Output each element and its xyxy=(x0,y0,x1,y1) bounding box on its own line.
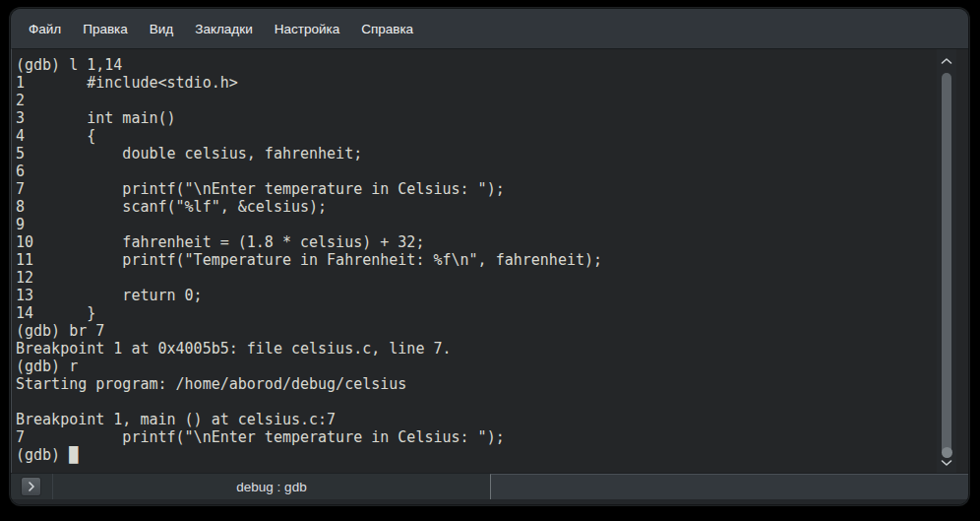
scroll-down-button[interactable] xyxy=(937,455,956,471)
terminal-view[interactable]: (gdb) l 1,14 1 #include<stdio.h> 2 3 int… xyxy=(11,48,968,475)
menu-bookmarks[interactable]: Закладки xyxy=(184,17,263,41)
tab-bar-empty-area xyxy=(490,474,968,499)
scrollbar-thumb[interactable] xyxy=(942,73,951,455)
menu-edit[interactable]: Правка xyxy=(72,17,139,41)
new-tab-button[interactable] xyxy=(21,477,41,496)
tab-label: debug : gdb xyxy=(236,480,306,494)
scroll-up-button[interactable] xyxy=(937,53,956,69)
terminal-output: (gdb) l 1,14 1 #include<stdio.h> 2 3 int… xyxy=(16,56,602,464)
tab-debug-gdb[interactable]: debug : gdb xyxy=(52,474,490,499)
menu-file[interactable]: Файл xyxy=(18,17,72,41)
chevron-right-icon xyxy=(28,481,35,492)
konsole-window: Файл Правка Вид Закладки Настройка Справ… xyxy=(10,8,969,505)
chevron-down-icon xyxy=(941,459,952,467)
chevron-up-icon xyxy=(941,57,952,65)
menu-settings[interactable]: Настройка xyxy=(264,17,350,41)
menu-bar: Файл Правка Вид Закладки Настройка Справ… xyxy=(11,9,968,48)
scrollbar[interactable] xyxy=(937,49,956,475)
menu-help[interactable]: Справка xyxy=(350,17,424,41)
desktop-background: Файл Правка Вид Закладки Настройка Справ… xyxy=(0,0,980,521)
tab-bar: debug : gdb xyxy=(11,473,968,504)
menu-view[interactable]: Вид xyxy=(139,17,184,41)
tab-bar-left-section xyxy=(11,474,52,499)
